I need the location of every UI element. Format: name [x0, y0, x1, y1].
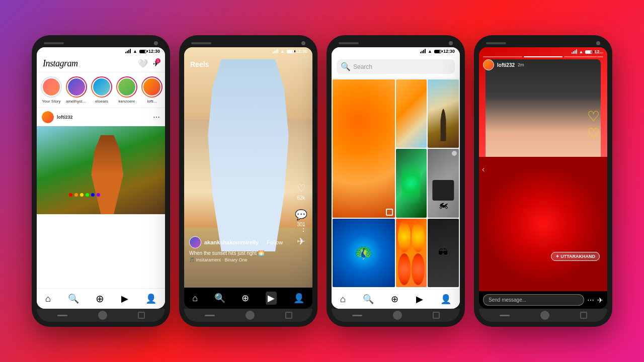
video-indicator [452, 151, 457, 156]
story-item-your[interactable]: Your Story [41, 76, 62, 104]
grid-cell-4[interactable] [396, 149, 427, 217]
status-bar-2: ▲ 12:30 [184, 47, 312, 55]
post-hand [75, 135, 140, 215]
phone-4-screen: ▲ 12... lofti232 [479, 47, 607, 309]
progress-bar-3 [564, 56, 603, 57]
progress-bar-1 [483, 56, 522, 57]
back-button-4 [500, 315, 510, 316]
reels-like-count: 62k [297, 195, 305, 201]
back-button [57, 315, 67, 316]
story-hearts-decoration: ♡♡ [587, 108, 600, 142]
nav-profile-icon-2[interactable]: 👤 [293, 293, 304, 304]
grid-cell-3[interactable] [428, 79, 459, 148]
nav-home-icon[interactable]: ⌂ [45, 294, 51, 304]
story-top-bar: ▲ 12... lofti232 [479, 47, 607, 72]
nav-home-icon-3[interactable]: ⌂ [340, 294, 346, 305]
reels-username: akankshakommirelly [204, 239, 259, 245]
grid-cell-6[interactable]: 🦚 [333, 219, 395, 287]
story-item-2[interactable]: eloears [91, 76, 112, 104]
reels-nav-bar: ⌂ 🔍 ⊕ ▶ 👤 [184, 288, 312, 309]
reels-title: Reels [190, 60, 209, 68]
reels-follow-button[interactable]: · Follow [264, 239, 283, 245]
story-more-icon[interactable]: ⋯ [587, 296, 594, 304]
wifi-icon-2: ▲ [280, 49, 285, 54]
back-button-2 [205, 315, 215, 316]
feed-header: Instagram 🤍 ✈ 1 [37, 55, 165, 72]
search-placeholder: Search [353, 63, 372, 70]
temple-silhouette [439, 107, 448, 141]
reels-share-action[interactable]: ✈ [297, 235, 305, 247]
phone-4-body: ▲ 12... lofti232 [474, 35, 612, 327]
phone-3-screen: ▲ 12:30 🔍 Search [332, 47, 460, 309]
phone-2-speaker [191, 42, 211, 44]
reels-header: Reels [184, 58, 312, 70]
heart-icon[interactable]: 🤍 [138, 59, 148, 68]
story-avatar-4 [141, 76, 163, 98]
status-bar-3: ▲ 12:30 [332, 47, 460, 55]
phone-camera-area [37, 40, 165, 46]
phone-4-camera [596, 41, 600, 45]
nav-search-icon[interactable]: 🔍 [68, 293, 79, 304]
nav-reels-icon-3[interactable]: ▶ [416, 294, 423, 305]
story-user-row: lofti232 2m [483, 59, 603, 70]
grid-cell-5[interactable]: 🏍 [428, 149, 459, 217]
status-bar-1: ▲ 12:30 [37, 47, 165, 55]
story-status-bar: ▲ 12... [483, 49, 603, 54]
post-more-icon[interactable]: ⋯ [153, 113, 160, 121]
reels-more-icon[interactable]: ⋮ [299, 224, 307, 233]
grid-cell-2[interactable] [396, 79, 427, 148]
reels-share-icon: ✈ [297, 235, 305, 247]
your-story-label: Your Story [42, 99, 60, 104]
nav-profile-icon[interactable]: 👤 [145, 293, 156, 304]
story-message-input[interactable]: Send message... [483, 294, 584, 306]
reels-like-action[interactable]: ♡ 62k [297, 182, 306, 201]
motorcycle-shape [433, 180, 454, 201]
recent-button [138, 312, 145, 319]
gems-decoration [69, 193, 101, 197]
phone-speaker [44, 42, 64, 44]
grid-cell-1[interactable] [333, 79, 395, 218]
story-item-3[interactable]: kenzoere [116, 76, 137, 104]
reels-bottom-info: akankshakommirelly · Follow When the sun… [189, 236, 287, 262]
send-icon[interactable]: ✈ 1 [153, 60, 159, 68]
story-label-1: amethyst_grl [66, 99, 87, 104]
post-username: lofti232 [57, 115, 73, 120]
phone-2-reels: ▲ 12:30 Reels ♡ 62k [179, 35, 317, 327]
status-time-4: 12... [594, 49, 603, 54]
reels-actions-sidebar: ♡ 62k 💬 301 ✈ [295, 182, 307, 247]
nav-add-icon-2[interactable]: ⊕ [242, 293, 249, 304]
nav-profile-icon-3[interactable]: 👤 [440, 294, 451, 305]
recent-button-4 [580, 312, 587, 319]
reels-container: ▲ 12:30 Reels ♡ 62k [184, 47, 312, 288]
instagram-logo: Instagram [43, 58, 78, 69]
nav-reels-icon-2[interactable]: ▶ [266, 292, 277, 305]
peacock-icon: 🦚 [333, 219, 395, 287]
citrus-grid [396, 219, 427, 287]
sunglasses-icon: 🕶 [428, 219, 459, 287]
home-button-3 [393, 311, 402, 320]
signal-icon-3 [420, 49, 426, 53]
message-placeholder: Send message... [489, 297, 526, 303]
nav-search-icon-3[interactable]: 🔍 [363, 294, 374, 305]
nav-add-icon[interactable]: ⊕ [96, 293, 104, 305]
nav-reels-icon[interactable]: ▶ [121, 293, 128, 304]
story-prev-chevron[interactable]: ‹ [482, 165, 485, 174]
feed-nav-bar: ⌂ 🔍 ⊕ ▶ 👤 [37, 288, 165, 309]
feed-post-header: lofti232 ⋯ [37, 108, 165, 126]
phone-2-system-bar [184, 309, 312, 322]
nav-home-icon-2[interactable]: ⌂ [192, 293, 198, 304]
home-button-4 [540, 311, 549, 320]
story-item-1[interactable]: amethyst_grl [66, 76, 87, 104]
story-item-4[interactable]: lofti... [141, 76, 163, 104]
search-input-area[interactable]: 🔍 Search [337, 59, 455, 74]
nav-add-icon-3[interactable]: ⊕ [391, 294, 398, 305]
wifi-icon-3: ▲ [428, 49, 432, 54]
grid-cell-7[interactable] [396, 219, 427, 287]
grid-cell-8[interactable]: 🕶 [428, 219, 459, 287]
search-icon: 🔍 [341, 62, 351, 71]
nav-search-icon-2[interactable]: 🔍 [214, 293, 225, 304]
story-send-icon[interactable]: ✈ [597, 296, 603, 304]
story-label-3: kenzoere [119, 99, 135, 104]
explore-search-bar: 🔍 Search [332, 55, 460, 78]
story-avatar-3 [116, 76, 137, 98]
